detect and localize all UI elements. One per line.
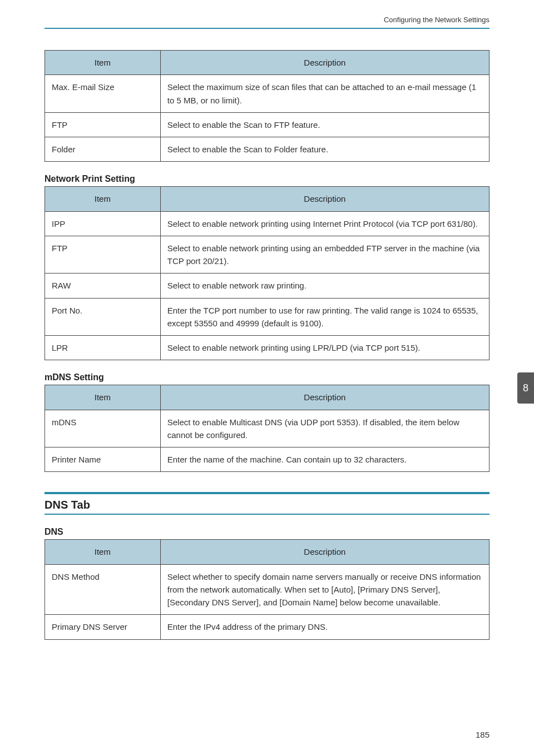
cell-item: mDNS <box>45 410 161 447</box>
cell-item: Printer Name <box>45 447 161 472</box>
table-scan-settings: Item Description Max. E-mail Size Select… <box>44 50 490 162</box>
cell-item: FTP <box>45 236 161 273</box>
col-item: Item <box>45 51 161 75</box>
table-mdns: Item Description mDNS Select to enable M… <box>44 385 490 472</box>
heading-dns-tab-wrap: DNS Tab <box>44 492 490 515</box>
cell-desc: Enter the name of the machine. Can conta… <box>160 447 489 472</box>
table-header-row: Item Description <box>45 51 490 75</box>
cell-item: IPP <box>45 211 161 236</box>
cell-desc: Select whether to specify domain name se… <box>160 564 489 615</box>
cell-item: DNS Method <box>45 564 161 615</box>
table-row: RAW Select to enable network raw printin… <box>45 273 490 298</box>
cell-desc: Select to enable network raw printing. <box>160 273 489 298</box>
table-row: Port No. Enter the TCP port number to us… <box>45 298 490 336</box>
col-desc: Description <box>160 187 489 211</box>
cell-desc: Select to enable network printing using … <box>160 336 489 360</box>
col-desc: Description <box>160 51 489 75</box>
col-desc: Description <box>160 385 489 410</box>
cell-item: RAW <box>45 273 161 298</box>
page-content: Item Description Max. E-mail Size Select… <box>44 50 490 640</box>
col-item: Item <box>45 187 161 211</box>
table-dns: Item Description DNS Method Select wheth… <box>44 539 490 639</box>
heading-rule-bottom <box>44 514 490 515</box>
section-title-network-print: Network Print Setting <box>44 174 490 184</box>
cell-desc: Select the maximum size of scan files th… <box>160 75 489 113</box>
running-header-title: Configuring the Network Settings <box>384 16 490 24</box>
cell-desc: Select to enable network printing using … <box>160 236 489 273</box>
col-item: Item <box>45 540 161 564</box>
table-row: FTP Select to enable network printing us… <box>45 236 490 273</box>
cell-item: FTP <box>45 112 161 137</box>
col-item: Item <box>45 385 161 410</box>
document-page: Configuring the Network Settings Item De… <box>0 0 534 756</box>
cell-item: Max. E-mail Size <box>45 75 161 113</box>
table-row: mDNS Select to enable Multicast DNS (via… <box>45 410 490 447</box>
cell-item: Folder <box>45 137 161 162</box>
cell-desc: Select to enable network printing using … <box>160 211 489 236</box>
chapter-number: 8 <box>523 382 528 394</box>
cell-item: Primary DNS Server <box>45 615 161 639</box>
table-row: Folder Select to enable the Scan to Fold… <box>45 137 490 162</box>
table-row: DNS Method Select whether to specify dom… <box>45 564 490 615</box>
chapter-tab: 8 <box>517 372 534 404</box>
table-row: Primary DNS Server Enter the IPv4 addres… <box>45 615 490 639</box>
table-row: Max. E-mail Size Select the maximum size… <box>45 75 490 113</box>
heading-rule-top <box>44 492 490 494</box>
table-row: Printer Name Enter the name of the machi… <box>45 447 490 472</box>
col-desc: Description <box>160 540 489 564</box>
table-row: LPR Select to enable network printing us… <box>45 336 490 360</box>
cell-desc: Enter the TCP port number to use for raw… <box>160 298 489 336</box>
cell-desc: Enter the IPv4 address of the primary DN… <box>160 615 489 639</box>
cell-desc: Select to enable the Scan to Folder feat… <box>160 137 489 162</box>
table-network-print: Item Description IPP Select to enable ne… <box>44 186 490 360</box>
heading-dns-tab: DNS Tab <box>44 499 490 511</box>
section-title-mdns: mDNS Setting <box>44 372 490 382</box>
table-row: IPP Select to enable network printing us… <box>45 211 490 236</box>
cell-item: Port No. <box>45 298 161 336</box>
section-title-dns: DNS <box>44 527 490 537</box>
cell-desc: Select to enable the Scan to FTP feature… <box>160 112 489 137</box>
table-row: FTP Select to enable the Scan to FTP fea… <box>45 112 490 137</box>
cell-desc: Select to enable Multicast DNS (via UDP … <box>160 410 489 447</box>
cell-item: LPR <box>45 336 161 360</box>
table-header-row: Item Description <box>45 187 490 211</box>
header-rule <box>44 28 490 29</box>
table-header-row: Item Description <box>45 385 490 410</box>
table-header-row: Item Description <box>45 540 490 564</box>
page-number: 185 <box>476 730 490 739</box>
